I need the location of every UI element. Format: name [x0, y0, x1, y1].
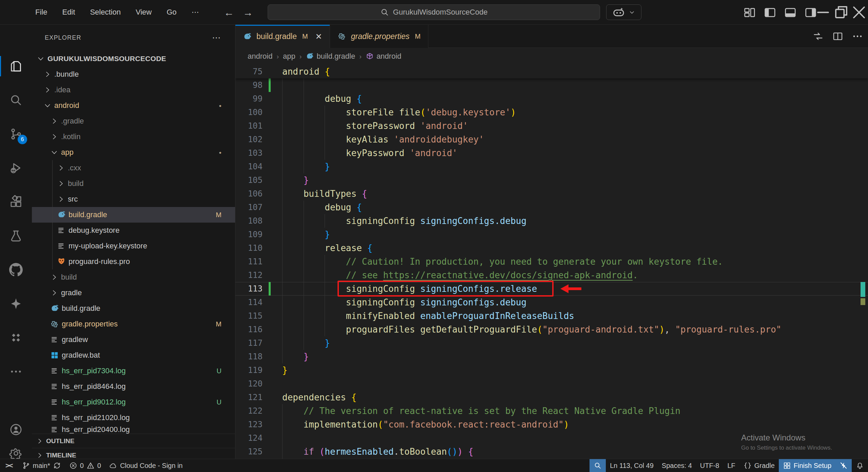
code-line-113[interactable]: 113 signingConfig signingConfigs.release: [235, 282, 868, 296]
code-line-75[interactable]: 75android {: [235, 65, 868, 78]
tree-file-proguard-rules.pro[interactable]: proguard-rules.pro: [32, 254, 235, 269]
tree-folder-src[interactable]: src: [32, 191, 235, 207]
tree-file-gradle.properties[interactable]: gradle.propertiesM: [32, 316, 235, 332]
tree-folder-gradle[interactable]: gradle: [32, 285, 235, 301]
status-no-lightning[interactable]: [835, 459, 852, 472]
status-git-branch[interactable]: main*: [18, 459, 65, 472]
activity-account[interactable]: [0, 417, 32, 442]
minimize-button[interactable]: [814, 0, 832, 25]
tree-folder-.cxx[interactable]: .cxx: [32, 160, 235, 176]
command-center-search[interactable]: GurukulWisdomSourceCode: [268, 4, 600, 20]
activity-source-control[interactable]: 6: [0, 121, 32, 147]
code-line-102[interactable]: 102 keyAlias 'androiddebugkey': [235, 133, 868, 146]
sidebar-left-icon[interactable]: [764, 6, 776, 19]
breadcrumb-item-app[interactable]: app: [283, 52, 295, 61]
menu-more[interactable]: ⋯: [186, 5, 205, 19]
tree-file-gradlew.bat[interactable]: gradlew.bat: [32, 347, 235, 363]
activity-search[interactable]: [0, 87, 32, 113]
explorer-more-actions[interactable]: ⋯: [212, 33, 221, 43]
tree-file-my-upload-key.keystore[interactable]: my-upload-key.keystore: [32, 238, 235, 254]
activity-run-debug[interactable]: [0, 155, 32, 181]
panel-bottom-icon[interactable]: [784, 6, 797, 19]
tab-gradle-properties[interactable]: gradle.propertiesM: [330, 25, 428, 48]
tree-folder-android[interactable]: android●: [32, 98, 235, 113]
section-timeline[interactable]: TIMELINE: [32, 448, 235, 459]
code-line-117[interactable]: 117 }: [235, 336, 868, 350]
tree-folder-gurukulwisdomsourcecode[interactable]: GURUKULWISDOMSOURCECODE: [32, 51, 235, 67]
ellipsis-icon[interactable]: [852, 31, 863, 42]
tree-file-hs_err_pid21020.log[interactable]: hs_err_pid21020.log: [32, 410, 235, 426]
tree-file-hs_err_pid9012.log[interactable]: hs_err_pid9012.logU: [32, 394, 235, 410]
code-line-115[interactable]: 115 minifyEnabled enableProguardInReleas…: [235, 309, 868, 323]
code-line-118[interactable]: 118 }: [235, 350, 868, 363]
code-line-120[interactable]: 120: [235, 377, 868, 391]
tab-close-icon[interactable]: ✕: [315, 32, 322, 41]
status-finish-setup[interactable]: Finish Setup: [779, 459, 835, 472]
code-line-99[interactable]: 99 debug {: [235, 92, 868, 106]
tree-file-build.gradle[interactable]: build.gradle: [32, 301, 235, 316]
tree-folder-build[interactable]: build: [32, 176, 235, 191]
tree-folder-.idea[interactable]: .idea: [32, 82, 235, 98]
code-line-103[interactable]: 103 keyPassword 'android': [235, 146, 868, 160]
code-line-111[interactable]: 111 // Caution! In production, you need …: [235, 255, 868, 268]
status-remote-window[interactable]: ><: [0, 459, 18, 472]
code-line-109[interactable]: 109 }: [235, 228, 868, 241]
menu-selection[interactable]: Selection: [84, 5, 127, 19]
code-line-98[interactable]: 98: [235, 78, 868, 92]
activity-testing[interactable]: [0, 223, 32, 249]
menu-edit[interactable]: Edit: [56, 5, 81, 19]
activity-more[interactable]: [0, 359, 32, 384]
status-cloud-code[interactable]: Cloud Code - Sign in: [105, 459, 187, 472]
tree-folder-build[interactable]: build: [32, 269, 235, 285]
status-cursor-position[interactable]: Ln 113, Col 49: [606, 459, 658, 472]
menu-go[interactable]: Go: [160, 5, 182, 19]
menu-file[interactable]: File: [29, 5, 53, 19]
activity-gemini[interactable]: [0, 325, 32, 351]
status-encoding[interactable]: UTF-8: [696, 459, 724, 472]
breadcrumb-item-android[interactable]: android: [366, 52, 401, 61]
code-line-108[interactable]: 108 signingConfig signingConfigs.debug: [235, 214, 868, 228]
breadcrumb-item-build.gradle[interactable]: build.gradle: [306, 52, 355, 61]
code-line-105[interactable]: 105 }: [235, 173, 868, 187]
compare-changes-icon[interactable]: [812, 31, 824, 42]
status-indentation[interactable]: Spaces: 4: [658, 459, 696, 472]
tree-folder-.bundle[interactable]: .bundle: [32, 67, 235, 82]
copilot-button[interactable]: [606, 4, 641, 20]
back-arrow-icon[interactable]: ←: [224, 7, 234, 18]
code-line-121[interactable]: 121dependencies {: [235, 391, 868, 404]
tree-file-hs_err_pid7304.log[interactable]: hs_err_pid7304.logU: [32, 363, 235, 379]
section-outline[interactable]: OUTLINE: [32, 434, 235, 448]
code-line-116[interactable]: 116 proguardFiles getDefaultProguardFile…: [235, 323, 868, 336]
tree-folder-app[interactable]: app●: [32, 145, 235, 160]
code-line-122[interactable]: 122 // The version of react-native is se…: [235, 404, 868, 418]
tree-file-gradlew[interactable]: gradlew: [32, 332, 235, 347]
activity-sparkle[interactable]: [0, 291, 32, 317]
activity-explorer[interactable]: [0, 53, 32, 79]
code-line-100[interactable]: 100 storeFile file('debug.keystore'): [235, 106, 868, 119]
code-line-125[interactable]: 125 if (hermesEnabled.toBoolean()) {: [235, 445, 868, 458]
tab-build-gradle[interactable]: build.gradleM✕: [235, 25, 330, 48]
code-line-106[interactable]: 106 buildTypes {: [235, 187, 868, 201]
split-editor-icon[interactable]: [832, 31, 844, 42]
status-notifications[interactable]: [852, 459, 868, 472]
forward-arrow-icon[interactable]: →: [243, 7, 253, 18]
tree-folder-.kotlin[interactable]: .kotlin: [32, 129, 235, 145]
status-eol[interactable]: LF: [723, 459, 739, 472]
layout-grid-icon[interactable]: [743, 6, 756, 19]
status-zoom-indicator[interactable]: [590, 459, 606, 472]
code-line-110[interactable]: 110 release {: [235, 241, 868, 255]
code-line-104[interactable]: 104 }: [235, 160, 868, 173]
tree-file-build.gradle[interactable]: build.gradleM: [32, 207, 235, 223]
restore-button[interactable]: [832, 0, 850, 25]
activity-github[interactable]: [0, 257, 32, 283]
code-line-124[interactable]: 124: [235, 431, 868, 445]
tree-file-debug.keystore[interactable]: debug.keystore: [32, 223, 235, 238]
code-line-123[interactable]: 123 implementation("com.facebook.react:r…: [235, 418, 868, 431]
code-line-112[interactable]: 112 // see https://reactnative.dev/docs/…: [235, 268, 868, 282]
close-button[interactable]: [850, 0, 868, 25]
tree-file-hs_err_pid20400.log[interactable]: hs_err_pid20400.log: [32, 426, 235, 434]
code-editor[interactable]: 9899 debug {100 storeFile file('debug.ke…: [235, 65, 868, 459]
sticky-scroll-line[interactable]: 75android {: [235, 65, 868, 78]
status-language-mode[interactable]: Gradle: [739, 459, 779, 472]
tree-folder-.gradle[interactable]: .gradle: [32, 113, 235, 129]
